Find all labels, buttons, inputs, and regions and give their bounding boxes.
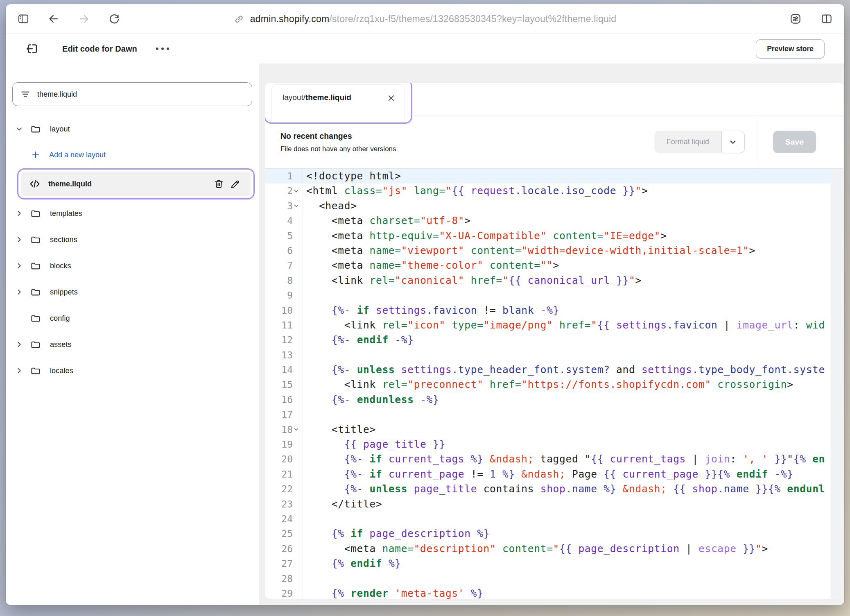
file-search-input[interactable]: theme.liquid (12, 82, 252, 106)
format-liquid-dropdown[interactable] (721, 131, 745, 153)
line-number: 28 (265, 571, 303, 586)
code-line-26[interactable]: 26 <meta name="description" content="{{ … (265, 541, 843, 556)
code-editor[interactable]: 1<!doctype html>2<html class="js" lang="… (265, 169, 843, 599)
code-line-19[interactable]: 19 {{ page_title }} (265, 437, 843, 452)
code-line-1[interactable]: 1<!doctype html> (265, 169, 843, 183)
search-value: theme.liquid (37, 90, 77, 99)
code-line-6[interactable]: 6 <meta name="viewport" content="width=d… (265, 243, 843, 258)
code-line-10[interactable]: 10 {%- if settings.favicon != blank -%} (265, 303, 843, 318)
code-line-4[interactable]: 4 <meta charset="utf-8"> (265, 213, 843, 228)
code-text: <meta name="viewport" content="width=dev… (303, 243, 843, 258)
code-text: {%- unless page_title contains shop.name… (303, 482, 843, 496)
line-number: 25 (265, 526, 303, 541)
code-line-25[interactable]: 25 {% if page_description %} (265, 526, 843, 541)
sidebar-file-theme.liquid[interactable]: theme.liquid (21, 172, 251, 196)
page-settings-icon[interactable] (789, 12, 803, 26)
code-line-8[interactable]: 8 <link rel="canonical" href="{{ canonic… (265, 273, 843, 288)
code-line-29[interactable]: 29 {% render 'meta-tags' %} (265, 586, 843, 599)
code-text: <link rel="icon" type="image/png" href="… (303, 318, 843, 333)
preview-store-button[interactable]: Preview store (756, 39, 825, 59)
toolbar-divider (759, 116, 759, 169)
fold-chevron-icon[interactable] (294, 422, 302, 437)
sidebar-folder-locales[interactable]: locales (6, 358, 259, 384)
code-line-24[interactable]: 24 (265, 512, 843, 526)
sidebar-folder-snippets[interactable]: snippets (6, 279, 259, 305)
line-number: 5 (265, 229, 303, 243)
code-line-18[interactable]: 18 <title> (265, 422, 843, 437)
code-line-12[interactable]: 12 {%- endif -%} (265, 333, 843, 347)
rename-file-icon[interactable] (227, 179, 243, 190)
code-text: <meta name="theme-color" content=""> (303, 258, 843, 273)
line-number: 15 (265, 377, 303, 392)
code-line-15[interactable]: 15 <link rel="preconnect" href="https://… (265, 377, 843, 392)
code-line-23[interactable]: 23 </title> (265, 497, 843, 512)
forward-icon[interactable] (77, 12, 91, 26)
fold-chevron-icon[interactable] (294, 183, 302, 198)
folder-label: blocks (50, 262, 71, 270)
chevron-right-icon[interactable] (13, 288, 25, 296)
sidebar-folder-sections[interactable]: sections (6, 226, 259, 253)
code-line-20[interactable]: 20 {%- if current_tags %} &ndash; tagged… (265, 452, 843, 467)
fold-chevron-icon[interactable] (294, 199, 302, 213)
chevron-right-icon[interactable] (13, 341, 25, 348)
code-line-28[interactable]: 28 (265, 571, 843, 586)
reload-icon[interactable] (107, 12, 121, 26)
line-number: 18 (265, 422, 303, 437)
code-line-17[interactable]: 17 (265, 407, 843, 422)
split-view-icon[interactable] (820, 12, 834, 26)
line-number: 11 (265, 318, 303, 333)
chevron-right-icon[interactable] (13, 236, 25, 243)
folder-label: templates (50, 209, 82, 218)
back-icon[interactable] (47, 12, 61, 26)
code-line-7[interactable]: 7 <meta name="theme-color" content=""> (265, 258, 843, 273)
code-line-5[interactable]: 5 <meta http-equiv="X-UA-Compatible" con… (265, 229, 843, 243)
editor-scrollbar[interactable] (831, 169, 843, 599)
tab-bar: layout/theme.liquid (265, 83, 843, 116)
code-text: {% if page_description %} (303, 526, 843, 541)
code-line-27[interactable]: 27 {% endif %} (265, 556, 843, 571)
folder-icon (30, 287, 43, 297)
sidebar-folder-templates[interactable]: templates (6, 200, 259, 226)
line-number: 2 (265, 183, 303, 198)
line-number: 1 (265, 169, 303, 183)
save-button[interactable]: Save (773, 131, 816, 153)
chevron-right-icon[interactable] (13, 367, 25, 374)
line-number: 3 (265, 199, 303, 213)
format-liquid-button[interactable]: Format liquid (654, 131, 721, 153)
folder-label: snippets (50, 288, 78, 297)
line-number: 24 (265, 512, 303, 526)
code-text: <link rel="canonical" href="{{ canonical… (303, 273, 843, 288)
status-subtitle: File does not have any other versions (280, 145, 396, 153)
sidebar-folder-layout[interactable]: layout (6, 116, 259, 142)
line-number: 26 (265, 541, 303, 556)
code-line-22[interactable]: 22 {%- unless page_title contains shop.n… (265, 482, 843, 496)
more-menu-icon[interactable] (153, 44, 172, 53)
code-line-3[interactable]: 3 <head> (265, 199, 843, 213)
sidebar-toggle-icon[interactable] (16, 12, 30, 26)
code-line-16[interactable]: 16 {%- endunless -%} (265, 392, 843, 407)
code-line-2[interactable]: 2<html class="js" lang="{{ request.local… (265, 183, 843, 198)
code-text (303, 512, 843, 526)
address-bar[interactable]: admin.shopify.com/store/rzq1xu-f5/themes… (234, 4, 616, 34)
line-number: 13 (265, 348, 303, 362)
delete-file-icon[interactable] (210, 179, 227, 190)
code-line-14[interactable]: 14 {%- unless settings.type_header_font.… (265, 362, 843, 377)
code-line-13[interactable]: 13 (265, 348, 843, 362)
sidebar-folder-config[interactable]: config (6, 305, 259, 331)
code-text: {%- if settings.favicon != blank -%} (303, 303, 843, 318)
sidebar-folder-blocks[interactable]: blocks (6, 253, 259, 279)
chevron-right-icon[interactable] (13, 262, 25, 270)
add-new-layout-link[interactable]: Add a new layout (6, 142, 259, 168)
code-text: {%- unless settings.type_header_font.sys… (303, 362, 843, 377)
close-tab-icon[interactable] (387, 94, 396, 104)
exit-editor-icon[interactable] (23, 39, 42, 58)
code-line-11[interactable]: 11 <link rel="icon" type="image/png" hre… (265, 318, 843, 333)
code-text: {%- endunless -%} (303, 392, 843, 407)
code-line-21[interactable]: 21 {%- if current_page != 1 %} &ndash; P… (265, 467, 843, 482)
chevron-down-icon[interactable] (13, 125, 25, 133)
line-number: 9 (265, 288, 303, 303)
tab-theme-liquid[interactable]: layout/theme.liquid (271, 84, 405, 122)
sidebar-folder-assets[interactable]: assets (6, 331, 259, 358)
code-line-9[interactable]: 9 (265, 288, 843, 303)
chevron-right-icon[interactable] (13, 210, 25, 217)
